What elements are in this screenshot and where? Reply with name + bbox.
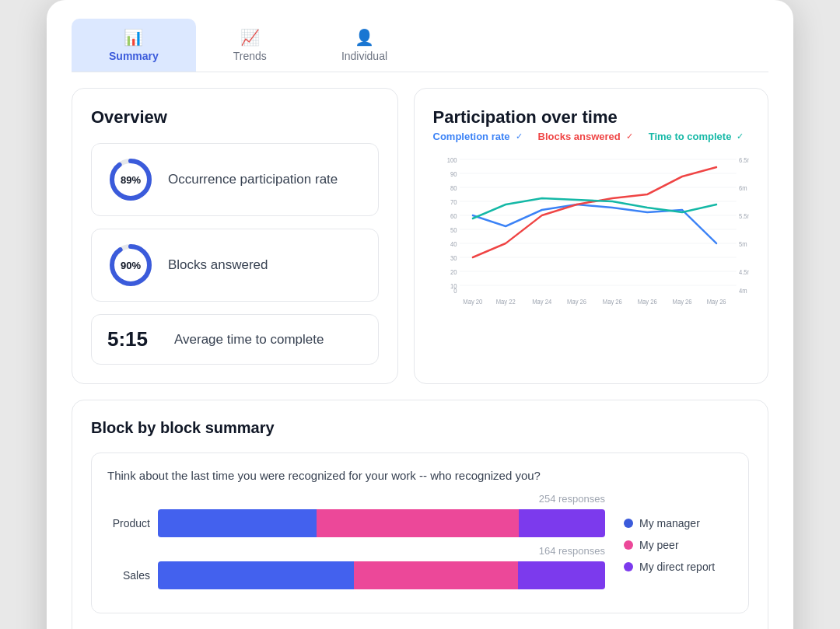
- legend-time-label: Time to complete: [649, 131, 732, 142]
- blocks-donut: 90%: [107, 242, 154, 288]
- top-row: Overview 89% Occurrence participation ra…: [72, 88, 768, 384]
- legend-time-to-complete[interactable]: Time to complete ✓: [649, 131, 744, 142]
- question-block-1: Think about the last time you were recog…: [91, 453, 749, 613]
- peer-color: [624, 540, 633, 550]
- chart-area: 100 90 80 70 60 50 40 30 20 10 0 6.5m 6m: [433, 152, 749, 307]
- svg-text:May 26: May 26: [637, 297, 656, 306]
- tab-summary-label: Summary: [109, 50, 159, 62]
- question-text-1: Think about the last time you were recog…: [107, 469, 733, 482]
- sales-seg-manager: [158, 561, 354, 589]
- blocks-answered-label: Blocks answered: [168, 257, 268, 273]
- responses-label-2: 164 responses: [107, 545, 605, 557]
- tab-individual[interactable]: 👤 Individual: [304, 19, 425, 72]
- bar-label-product: Product: [107, 517, 150, 529]
- bar-legend: My manager My peer My direct report: [624, 493, 733, 597]
- svg-text:May 26: May 26: [602, 297, 621, 306]
- blocks-answered-card: 90% Blocks answered: [91, 229, 379, 302]
- blocks-answered-value: 90%: [121, 260, 141, 271]
- participation-chart-panel: Participation over time Completion rate …: [414, 88, 768, 384]
- svg-text:4m: 4m: [738, 286, 747, 295]
- svg-text:May 24: May 24: [532, 297, 551, 306]
- trends-icon: 📈: [240, 28, 260, 47]
- summary-icon: 📊: [124, 28, 143, 47]
- app-frame: 📊 Summary 📈 Trends 👤 Individual Overview: [47, 0, 793, 629]
- manager-color: [624, 519, 633, 528]
- svg-text:May 26: May 26: [672, 297, 691, 306]
- product-seg-manager: [158, 509, 317, 537]
- svg-text:70: 70: [450, 197, 457, 206]
- svg-text:May 26: May 26: [567, 297, 586, 306]
- main-content: Overview 89% Occurrence participation ra…: [72, 88, 768, 629]
- sales-bar-segments: [158, 561, 605, 589]
- svg-text:30: 30: [450, 253, 457, 262]
- chart-title: Participation over time: [433, 107, 749, 128]
- product-seg-report: [519, 509, 605, 537]
- overview-title: Overview: [91, 107, 379, 128]
- avg-time-value: 5:15: [107, 327, 160, 351]
- tab-individual-label: Individual: [341, 50, 387, 62]
- avg-time-card: 5:15 Average time to complete: [91, 314, 379, 365]
- svg-text:20: 20: [450, 267, 457, 276]
- bar-row-sales: Sales: [107, 561, 605, 589]
- chart-legend: Completion rate ✓ Blocks answered ✓ Time…: [433, 131, 749, 142]
- bar-row-product: Product: [107, 509, 605, 537]
- legend-completion-rate[interactable]: Completion rate ✓: [433, 131, 523, 142]
- legend-my-peer: My peer: [624, 539, 733, 551]
- legend-my-direct-report: My direct report: [624, 561, 733, 573]
- tab-summary[interactable]: 📊 Summary: [72, 19, 196, 72]
- bar-chart-area-1: 254 responses Product 164 responses: [107, 493, 605, 597]
- svg-text:40: 40: [450, 239, 457, 248]
- direct-report-color: [624, 562, 633, 571]
- legend-my-peer-label: My peer: [639, 539, 679, 551]
- svg-text:5.5m: 5.5m: [738, 211, 749, 220]
- tab-bar: 📊 Summary 📈 Trends 👤 Individual: [72, 19, 768, 72]
- sales-seg-report: [518, 561, 605, 589]
- participation-rate-label: Occurrence participation rate: [168, 172, 338, 187]
- overview-panel: Overview 89% Occurrence participation ra…: [72, 88, 398, 384]
- svg-text:May 26: May 26: [706, 297, 726, 306]
- participation-rate-card: 89% Occurrence participation rate: [91, 143, 379, 216]
- svg-text:90: 90: [450, 169, 457, 178]
- svg-text:6m: 6m: [738, 183, 747, 192]
- legend-blocks-label: Blocks answered: [538, 131, 621, 142]
- svg-text:5m: 5m: [738, 239, 747, 248]
- svg-text:100: 100: [446, 156, 457, 164]
- legend-my-manager: My manager: [624, 517, 733, 529]
- svg-text:4.5m: 4.5m: [738, 267, 749, 276]
- legend-my-manager-label: My manager: [639, 517, 700, 529]
- svg-text:May 20: May 20: [463, 297, 482, 306]
- sales-seg-peer: [354, 561, 517, 589]
- avg-time-label: Average time to complete: [174, 332, 324, 348]
- product-bar-segments: [158, 509, 605, 537]
- svg-text:80: 80: [450, 183, 457, 192]
- participation-svg: 100 90 80 70 60 50 40 30 20 10 0 6.5m 6m: [433, 152, 749, 307]
- legend-blocks-answered[interactable]: Blocks answered ✓: [538, 131, 633, 142]
- product-seg-peer: [317, 509, 519, 537]
- block-summary-title: Block by block summary: [91, 419, 749, 437]
- legend-completion-label: Completion rate: [433, 131, 510, 142]
- svg-text:60: 60: [450, 211, 457, 220]
- responses-label-1: 254 responses: [107, 493, 605, 505]
- legend-blocks-check: ✓: [626, 131, 633, 142]
- svg-text:May 22: May 22: [495, 297, 515, 306]
- tab-trends-label: Trends: [233, 50, 267, 62]
- participation-rate-value: 89%: [121, 174, 141, 186]
- svg-text:6.5m: 6.5m: [738, 156, 749, 164]
- legend-completion-check: ✓: [516, 131, 523, 142]
- participation-donut: 89%: [107, 156, 154, 203]
- legend-time-check: ✓: [737, 131, 744, 142]
- legend-my-direct-report-label: My direct report: [639, 561, 715, 573]
- tab-trends[interactable]: 📈 Trends: [196, 19, 304, 72]
- svg-text:50: 50: [450, 225, 457, 234]
- individual-icon: 👤: [355, 28, 374, 47]
- bar-label-sales: Sales: [107, 569, 150, 582]
- bar-chart-row-1: 254 responses Product 164 responses: [107, 493, 733, 597]
- svg-text:0: 0: [453, 286, 457, 295]
- block-summary-section: Block by block summary Think about the l…: [72, 400, 768, 629]
